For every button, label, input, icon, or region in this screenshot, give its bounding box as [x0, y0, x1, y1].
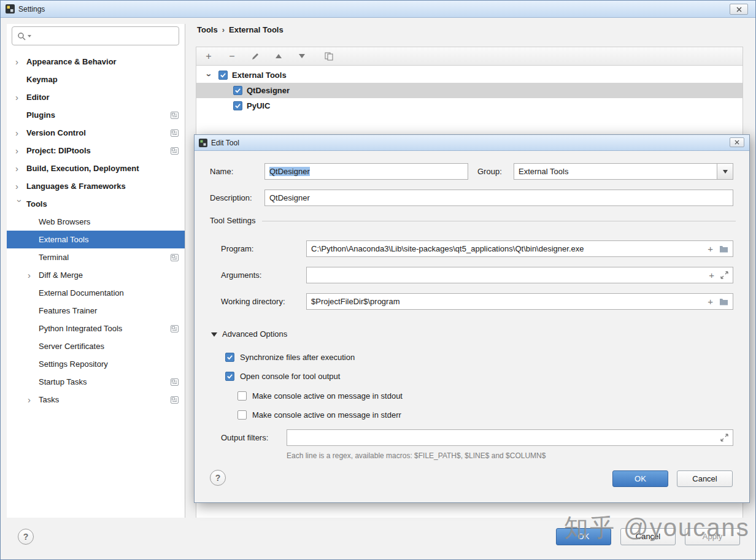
- expand-icon[interactable]: [720, 434, 728, 442]
- chevron-right-icon[interactable]: ›: [15, 182, 26, 191]
- checkbox-checked-icon[interactable]: [233, 86, 242, 95]
- advanced-options-toggle[interactable]: Advanced Options: [211, 327, 287, 342]
- sidebar-item-languages-frameworks[interactable]: ›Languages & Frameworks: [7, 177, 185, 195]
- close-button[interactable]: [730, 4, 748, 15]
- edit-tool-icon: [199, 139, 207, 147]
- checkbox-unchecked-icon[interactable]: [237, 410, 247, 420]
- chevron-right-icon[interactable]: ›: [28, 395, 39, 404]
- chevron-right-icon[interactable]: ›: [15, 57, 26, 66]
- dialog-help-button[interactable]: ?: [210, 470, 226, 486]
- checkbox-unchecked-icon[interactable]: [237, 391, 247, 401]
- search-icon: [17, 32, 26, 40]
- tree-row-qtdesigner[interactable]: QtDesigner: [196, 83, 742, 98]
- description-input[interactable]: QtDesigner: [264, 190, 733, 206]
- sidebar-item-diff-merge[interactable]: ›Diff & Merge: [7, 266, 185, 284]
- sidebar-item-web-browsers[interactable]: Web Browsers: [7, 213, 185, 231]
- checkbox-checked-icon[interactable]: [225, 353, 234, 362]
- name-input[interactable]: QtDesigner: [264, 163, 468, 180]
- insert-macro-icon[interactable]: +: [708, 244, 713, 253]
- settings-indicator-icon: [171, 147, 179, 155]
- search-options-chevron-icon[interactable]: [28, 35, 31, 37]
- working-directory-value: $ProjectFileDir$\program: [311, 297, 400, 306]
- stdout-checkbox-row[interactable]: Make console active on message in stdout: [237, 388, 403, 403]
- copy-icon: [325, 52, 333, 61]
- tree-row-external-tools[interactable]: › External Tools: [196, 67, 742, 83]
- insert-macro-icon[interactable]: +: [709, 270, 714, 280]
- arguments-input[interactable]: +: [306, 267, 733, 283]
- sidebar-item-editor[interactable]: ›Editor: [7, 88, 185, 106]
- working-directory-input[interactable]: $ProjectFileDir$\program +: [306, 293, 733, 310]
- sidebar-item-python-integrated-tools[interactable]: Python Integrated Tools: [7, 320, 185, 337]
- expand-icon[interactable]: [720, 271, 728, 279]
- dialog-close-button[interactable]: [730, 137, 744, 147]
- dialog-ok-button[interactable]: OK: [612, 470, 668, 487]
- breadcrumb-tools[interactable]: Tools: [197, 25, 218, 34]
- chevron-right-icon[interactable]: ›: [15, 164, 26, 173]
- program-label: Program:: [221, 240, 253, 257]
- settings-indicator-icon: [171, 378, 179, 386]
- tree-row-pyuic[interactable]: PyUIC: [196, 98, 742, 113]
- remove-button[interactable]: −: [227, 52, 237, 61]
- checkbox-label: Open console for tool output: [240, 372, 340, 381]
- sidebar-item-external-tools[interactable]: External Tools: [7, 231, 185, 248]
- help-button[interactable]: ?: [18, 529, 34, 545]
- checkbox-label: Make console active on message in stderr: [252, 410, 401, 420]
- move-down-button[interactable]: [297, 52, 307, 61]
- sidebar-item-startup-tasks[interactable]: Startup Tasks: [7, 373, 185, 391]
- search-input[interactable]: [12, 26, 179, 45]
- group-combobox[interactable]: External Tools: [514, 163, 733, 180]
- chevron-right-icon[interactable]: ›: [15, 128, 26, 137]
- window-title: Settings: [18, 5, 45, 13]
- name-value: QtDesigner: [269, 167, 310, 176]
- combo-dropdown-button[interactable]: [717, 164, 733, 179]
- add-button[interactable]: +: [204, 52, 214, 61]
- chevron-down-icon: [723, 170, 728, 174]
- program-input[interactable]: C:\Python\Anaconda3\Lib\site-packages\qt…: [306, 240, 733, 257]
- tree-label: External Tools: [232, 71, 287, 80]
- checkbox-checked-icon[interactable]: [233, 101, 242, 110]
- sidebar-item-keymap[interactable]: Keymap: [7, 71, 185, 88]
- chevron-down-icon[interactable]: ›: [204, 71, 215, 80]
- settings-indicator-icon: [171, 396, 179, 404]
- folder-icon[interactable]: [719, 297, 728, 305]
- settings-window: Settings ›Appearance & Behavior Keymap ›…: [0, 0, 756, 560]
- output-filters-input[interactable]: [287, 429, 733, 446]
- tree-label: PyUIC: [247, 101, 270, 110]
- sidebar-item-version-control[interactable]: ›Version Control: [7, 124, 185, 142]
- watermark-text: 知乎 @youcans: [564, 511, 750, 545]
- sidebar-item-server-certificates[interactable]: Server Certificates: [7, 337, 185, 355]
- chevron-right-icon[interactable]: ›: [15, 146, 26, 155]
- sidebar-item-project-diptools[interactable]: ›Project: DIPtools: [7, 142, 185, 159]
- chevron-down-icon[interactable]: ›: [15, 199, 25, 209]
- group-value: External Tools: [519, 167, 568, 176]
- open-console-checkbox-row[interactable]: Open console for tool output: [225, 369, 340, 383]
- sidebar-item-tasks[interactable]: ›Tasks: [7, 391, 185, 408]
- sync-files-checkbox-row[interactable]: Synchronize files after execution: [225, 350, 355, 364]
- move-up-button[interactable]: [274, 52, 284, 61]
- edit-button[interactable]: [250, 52, 260, 61]
- sidebar-item-appearance-behavior[interactable]: ›Appearance & Behavior: [7, 53, 185, 71]
- arguments-label: Arguments:: [221, 267, 261, 283]
- sidebar-item-settings-repository[interactable]: Settings Repository: [7, 355, 185, 373]
- checkbox-checked-icon[interactable]: [218, 71, 228, 80]
- checkbox-checked-icon[interactable]: [225, 372, 234, 381]
- stderr-checkbox-row[interactable]: Make console active on message in stderr: [237, 407, 401, 422]
- chevron-right-icon[interactable]: ›: [15, 93, 26, 102]
- section-divider: [262, 221, 736, 221]
- group-label: Group:: [477, 163, 502, 180]
- sidebar-item-plugins[interactable]: Plugins: [7, 106, 185, 124]
- settings-indicator-icon: [171, 112, 179, 119]
- dialog-cancel-button[interactable]: Cancel: [677, 470, 733, 487]
- settings-titlebar: Settings: [1, 1, 755, 18]
- copy-button[interactable]: [324, 52, 334, 61]
- sidebar-item-terminal[interactable]: Terminal: [7, 248, 185, 266]
- arrow-up-icon: [276, 54, 282, 58]
- chevron-right-icon[interactable]: ›: [28, 270, 39, 280]
- sidebar-item-external-documentation[interactable]: External Documentation: [7, 284, 185, 302]
- settings-indicator-icon: [171, 129, 179, 137]
- sidebar-item-tools[interactable]: ›Tools: [7, 195, 185, 213]
- sidebar-item-build-execution-deployment[interactable]: ›Build, Execution, Deployment: [7, 159, 185, 177]
- insert-macro-icon[interactable]: +: [708, 297, 713, 306]
- sidebar-item-features-trainer[interactable]: Features Trainer: [7, 302, 185, 320]
- folder-icon[interactable]: [719, 245, 728, 253]
